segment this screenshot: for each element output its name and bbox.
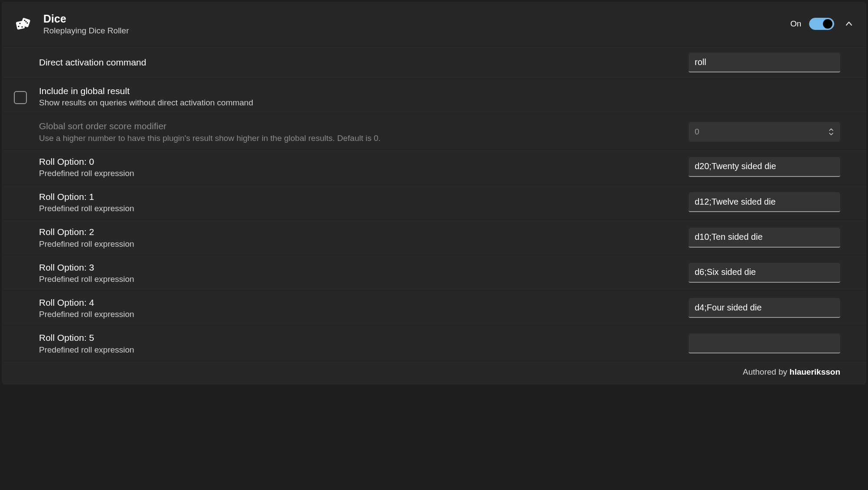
roll-option-label: Roll Option: 4 [39,297,678,309]
roll-option-input-1[interactable] [689,192,840,212]
dice-icon [14,15,33,33]
row-include-global: Include in global result Show results on… [2,78,866,114]
row-roll-option-5: Roll Option: 5Predefined roll expression [2,325,866,360]
row-score-modifier: Global sort order score modifier Use a h… [2,114,866,149]
score-modifier-value: 0 [695,127,699,137]
row-roll-option-0: Roll Option: 0Predefined roll expression [2,149,866,184]
roll-option-desc: Predefined roll expression [39,310,678,319]
svg-point-3 [21,26,23,27]
roll-option-label: Roll Option: 1 [39,191,678,203]
plugin-title: Dice [43,12,780,25]
roll-option-desc: Predefined roll expression [39,239,678,249]
roll-option-input-3[interactable] [689,263,840,283]
roll-option-label: Roll Option: 2 [39,226,678,238]
roll-option-input-2[interactable] [689,228,840,248]
roll-option-desc: Predefined roll expression [39,274,678,284]
row-roll-option-2: Roll Option: 2Predefined roll expression [2,219,866,255]
author-name[interactable]: hlaueriksson [790,367,840,376]
roll-option-label: Roll Option: 5 [39,332,678,344]
roll-option-desc: Predefined roll expression [39,169,678,178]
roll-option-desc: Predefined roll expression [39,345,678,355]
score-modifier-desc: Use a higher number to have this plugin'… [39,134,678,143]
row-roll-option-1: Roll Option: 1Predefined roll expression [2,184,866,219]
row-roll-option-4: Roll Option: 4Predefined roll expression [2,290,866,325]
roll-option-input-4[interactable] [689,298,840,318]
include-global-checkbox[interactable] [14,91,27,104]
stepper-updown-icon [827,128,835,136]
plugin-subtitle: Roleplaying Dice Roller [43,26,780,36]
svg-point-7 [25,21,26,22]
direct-activation-input[interactable] [689,52,840,72]
svg-point-6 [26,22,28,23]
svg-point-4 [18,26,19,27]
roll-option-desc: Predefined roll expression [39,204,678,213]
include-global-label: Include in global result [39,85,678,97]
plugin-header[interactable]: Dice Roleplaying Dice Roller On [2,2,866,46]
row-direct-activation: Direct activation command [2,46,866,78]
direct-activation-label: Direct activation command [39,56,678,69]
score-modifier-label: Global sort order score modifier [39,120,678,132]
author-footer: Authored by hlaueriksson [2,361,866,385]
svg-point-2 [19,23,20,24]
row-roll-option-3: Roll Option: 3Predefined roll expression [2,255,866,290]
roll-option-input-5[interactable] [689,333,840,353]
author-prefix: Authored by [743,367,790,376]
collapse-icon[interactable] [844,19,854,29]
toggle-state-label: On [790,19,801,29]
roll-option-input-0[interactable] [689,157,840,177]
roll-option-label: Roll Option: 3 [39,261,678,274]
roll-option-label: Roll Option: 0 [39,156,678,168]
include-global-desc: Show results on queries without direct a… [39,98,678,108]
svg-point-5 [24,20,25,21]
score-modifier-stepper[interactable]: 0 [689,122,840,142]
enable-toggle[interactable] [809,18,834,30]
